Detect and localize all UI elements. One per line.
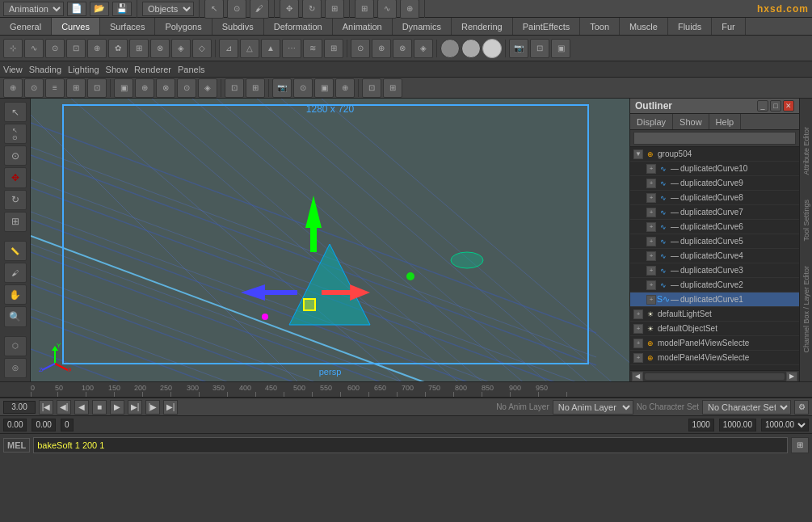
outliner-item-curve1[interactable]: + S∿ — duplicatedCurve1 (630, 293, 799, 307)
view-menu-lighting[interactable]: Lighting (68, 65, 99, 74)
command-input[interactable] (33, 437, 788, 453)
tab-fluids[interactable]: Fluids (668, 18, 712, 35)
save-file-btn[interactable]: 💾 (112, 2, 132, 16)
expand-curve3[interactable]: + (646, 266, 656, 276)
expand-model1[interactable]: + (633, 339, 643, 348)
paint-tool-icon[interactable]: 🖌 (250, 0, 269, 19)
tb-icon-20[interactable]: ◈ (414, 39, 433, 58)
outliner-maximize-btn[interactable]: □ (770, 100, 781, 112)
view-menu-shading[interactable]: Shading (29, 65, 61, 74)
tab-deformation[interactable]: Deformation (264, 18, 333, 35)
expand-model2[interactable]: + (633, 353, 643, 363)
expand-curve6[interactable]: + (646, 222, 656, 232)
expand-group504[interactable]: ▼ (633, 149, 643, 159)
tb-icon-10[interactable]: ◇ (192, 39, 212, 58)
tab-curves[interactable]: Curves (52, 18, 100, 35)
tb-icon-15[interactable]: ≋ (303, 39, 322, 58)
tb3-icon-14[interactable]: ⊙ (293, 78, 313, 98)
tb-icon-19[interactable]: ⊗ (393, 39, 412, 58)
outliner-minimize-btn[interactable]: _ (757, 100, 768, 112)
outliner-item-curve9[interactable]: + ∿ — duplicatedCurve9 (630, 176, 799, 191)
lasso-tool-icon[interactable]: ⊙ (227, 0, 246, 19)
outliner-item-curve8[interactable]: + ∿ — duplicatedCurve8 (630, 191, 799, 205)
outliner-item-curve6[interactable]: + ∿ — duplicatedCurve6 (630, 220, 799, 234)
tb-icon-1[interactable]: ⊹ (3, 39, 23, 58)
tab-painteffects[interactable]: PaintEffects (513, 18, 581, 35)
outliner-item-lightset[interactable]: + ☀ defaultLightSet (630, 307, 799, 322)
tb3-icon-18[interactable]: ⊞ (383, 78, 402, 98)
tb-icon-ipr[interactable]: ▣ (551, 39, 570, 58)
outliner-item-objectset[interactable]: + ☀ defaultObjectSet (630, 322, 799, 336)
tb3-icon-15[interactable]: ▣ (314, 78, 334, 98)
status-select-1[interactable]: 1000.00 (761, 419, 809, 431)
expand-curve8[interactable]: + (646, 193, 656, 203)
tab-muscle[interactable]: Muscle (620, 18, 668, 35)
view-menu-view[interactable]: View (3, 65, 23, 74)
select-tool-2[interactable]: ↖⊙ (4, 124, 27, 144)
view-menu-renderer[interactable]: Renderer (134, 65, 171, 74)
outliner-item-group504[interactable]: ▼ ⊕ group504 (630, 147, 799, 162)
tb3-icon-1[interactable]: ⊕ (3, 78, 23, 98)
tb-icon-16[interactable]: ⊞ (324, 39, 343, 58)
scale-tool[interactable]: ⊞ (4, 212, 27, 232)
next-key-btn[interactable]: |▶ (145, 400, 160, 415)
expand-objectset[interactable]: + (633, 324, 643, 334)
hand-tool[interactable]: ✋ (4, 284, 27, 305)
outliner-help-menu[interactable]: Help (709, 114, 742, 129)
tb-icon-9[interactable]: ◈ (171, 39, 191, 58)
tb-icon-17[interactable]: ⊙ (351, 39, 370, 58)
playback-time-field[interactable] (3, 401, 36, 414)
expand-lightset[interactable]: + (633, 309, 643, 319)
tb3-icon-11[interactable]: ⊡ (225, 78, 244, 98)
viewport[interactable]: 1280 x 720 persp Y X Z (31, 99, 629, 381)
tb3-icon-10[interactable]: ◈ (198, 78, 217, 98)
tab-rendering[interactable]: Rendering (452, 18, 513, 35)
tab-toon[interactable]: Toon (580, 18, 620, 35)
objects-select[interactable]: Objects (142, 2, 194, 16)
snap-curve-icon[interactable]: ∿ (377, 0, 397, 19)
textured-shading-btn[interactable] (482, 39, 502, 58)
tb-icon-8[interactable]: ⊗ (150, 39, 170, 58)
expand-curve4[interactable]: + (646, 251, 656, 261)
select-tool[interactable]: ↖ (4, 102, 27, 122)
tb-icon-4[interactable]: ⊡ (66, 39, 86, 58)
char-set-select[interactable]: No Character Set (702, 400, 791, 415)
smooth-shading-btn[interactable] (461, 39, 481, 58)
outliner-search-input[interactable] (633, 132, 796, 145)
view-menu-panels[interactable]: Panels (178, 65, 205, 74)
tb-icon-18[interactable]: ⊕ (372, 39, 391, 58)
new-file-btn[interactable]: 📄 (67, 2, 86, 16)
scale-tool-icon[interactable]: ⊞ (325, 0, 344, 19)
outliner-item-curve10[interactable]: + ∿ — duplicatedCurve10 (630, 162, 799, 176)
outliner-close-btn[interactable]: ✕ (783, 100, 794, 112)
next-frame-btn[interactable]: ▶| (128, 400, 142, 415)
scroll-track[interactable] (645, 373, 785, 380)
lasso-select[interactable]: ⊙ (4, 145, 27, 166)
tb3-icon-5[interactable]: ⊡ (87, 78, 107, 98)
tb-icon-14[interactable]: ⋯ (282, 39, 301, 58)
scroll-right-btn[interactable]: ▶ (786, 372, 797, 381)
expand-curve9[interactable]: + (646, 179, 656, 188)
tb-icon-cam[interactable]: 📷 (509, 39, 528, 58)
tb-icon-2[interactable]: ∿ (24, 39, 44, 58)
tb-icon-13[interactable]: ▲ (261, 39, 280, 58)
outliner-item-curve3[interactable]: + ∿ — duplicatedCurve3 (630, 263, 799, 278)
tb3-icon-9[interactable]: ⊙ (177, 78, 196, 98)
tb-icon-12[interactable]: △ (240, 39, 259, 58)
tb3-icon-13[interactable]: 📷 (272, 78, 292, 98)
rotate-tool[interactable]: ↻ (4, 190, 27, 210)
script-editor-btn[interactable]: ⊞ (791, 437, 809, 453)
tb3-icon-17[interactable]: ⊡ (362, 78, 381, 98)
measure-tool[interactable]: 📏 (4, 241, 27, 261)
tb3-icon-6[interactable]: ▣ (114, 78, 133, 98)
tab-subdivs[interactable]: Subdivs (212, 18, 264, 35)
tb3-icon-4[interactable]: ⊞ (66, 78, 86, 98)
outliner-item-model1[interactable]: + ⊕ modelPanel4ViewSelecte (630, 336, 799, 351)
snap-grid-icon[interactable]: ⊞ (355, 0, 374, 19)
play-end-btn[interactable]: ▶| (163, 400, 178, 415)
tb-icon-5[interactable]: ⊕ (87, 39, 107, 58)
tb3-icon-16[interactable]: ⊕ (335, 78, 355, 98)
tb3-icon-3[interactable]: ≡ (45, 78, 65, 98)
outliner-item-model2[interactable]: + ⊕ modelPanel4ViewSelecte (630, 351, 799, 365)
prev-frame-btn[interactable]: ◀ (74, 400, 89, 415)
